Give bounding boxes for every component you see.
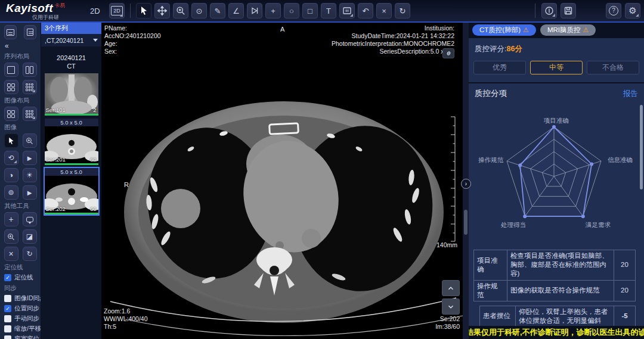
series-layout-3x3-button[interactable] (23, 80, 37, 94)
study-info-overlay: Institusion: StudyDateTime:2024-01-21 14… (332, 24, 454, 55)
gear-icon: ⚙ (628, 5, 636, 16)
checkbox-zoom-pan-sync[interactable]: ✓ 缩放/平移 (4, 325, 36, 333)
qc-panel-toggle-button[interactable]: › (461, 179, 471, 189)
crosshair-icon: + (271, 7, 275, 15)
rect-roi-tool-button[interactable]: □ (302, 3, 318, 18)
report-info-button[interactable] (541, 3, 557, 18)
thumbnail-panel-button[interactable] (4, 25, 17, 39)
series-layout-2x2-button[interactable] (4, 80, 18, 94)
image-layout-2x2-button[interactable] (4, 107, 18, 121)
chevron-down-icon (447, 303, 455, 311)
undo-button[interactable]: ↶ (358, 3, 373, 18)
collapse-sidebar-button[interactable]: « (5, 42, 36, 50)
image-layout-3x3-button[interactable] (23, 107, 37, 121)
series-thumbnail-202-selected[interactable]: 5.0 x 5.0 Ser:202 60 (45, 168, 98, 214)
cine-play-tool-button[interactable]: ▶ (23, 151, 37, 165)
pan-icon (157, 6, 167, 15)
checkbox-window-sync[interactable]: ✓ 窗宽窗位 (4, 335, 36, 339)
patient-info-overlay: PName: AccNO:2401210200 Age: Sex: (104, 24, 161, 55)
series-layout-1x1-button[interactable] (4, 63, 18, 77)
2d-layout-icon: 2D (111, 6, 123, 15)
tab-ct-qc[interactable]: CT质控(肺部) ⚠ (472, 24, 536, 36)
series-layout-1x2-button[interactable] (23, 63, 37, 77)
layout-1x2-icon (26, 66, 33, 74)
tab-mri-qc[interactable]: MRI脑质控 ⚠ (540, 24, 596, 36)
undo-icon: ↶ (363, 7, 369, 15)
layout-3x3-icon (26, 110, 33, 118)
pointer-icon (139, 6, 148, 15)
grade-medium-button[interactable]: 中等 (530, 61, 583, 74)
play-tool-button[interactable]: ▶ (23, 185, 37, 200)
zoom-tool-button[interactable] (173, 3, 188, 18)
toolbar-tools: 2D ⊙ ✎ ∠ + ○ □ T ↶ × ↻ (109, 3, 410, 18)
pointer-tool-button[interactable] (136, 3, 151, 18)
pointer-tool-button[interactable] (4, 133, 18, 148)
rotate-icon: ⟲ (8, 154, 14, 162)
reset-button[interactable]: ↻ (395, 3, 410, 18)
reset-icon: ↻ (26, 250, 32, 258)
app-logo: Kayisoft卡易 仅用于科研 (6, 2, 65, 21)
report-panel-button[interactable] (24, 25, 36, 39)
settings-button[interactable]: ⚙ (625, 3, 640, 18)
ellipse-roi-tool-button[interactable]: ○ (284, 3, 299, 18)
crosshair-tool-button[interactable]: + (265, 3, 281, 18)
2d-layout-button[interactable]: 2D (109, 3, 125, 18)
radar-axis-label: 操作规范 (478, 156, 503, 164)
series-thumbnail-201[interactable]: 5.0 x 5.0 Ser:201 60 (45, 119, 98, 165)
qc-panel-scrollbar-thumb[interactable] (640, 105, 643, 189)
layout-2x2-icon (7, 83, 15, 91)
grade-fail-button[interactable]: 不合格 (587, 61, 639, 74)
pan-tool-button[interactable] (154, 3, 170, 18)
scale-ruler (447, 115, 457, 243)
cobb-angle-tool-button[interactable] (247, 3, 262, 18)
scroll-up-button[interactable] (442, 280, 460, 296)
report-link[interactable]: 报告 (623, 89, 638, 99)
checkbox-manual-sync[interactable]: ✓ 手动同步 (4, 315, 36, 323)
grade-excellent-button[interactable]: 优秀 (473, 61, 526, 74)
table-row: 患者摆位 仰卧位，双臂上举抱头，患者体位摆放合适，无明显偏斜 -5 (480, 306, 636, 326)
magnifier-tool-button[interactable] (23, 133, 37, 148)
series-image-overlay: Se:202 Im:38/60 (435, 315, 460, 331)
window-level-tool-button[interactable]: ⊙ (191, 3, 207, 18)
image-viewport[interactable]: PName: AccNO:2401210200 Age: Sex: Instit… (101, 23, 463, 339)
thumbnail-panel-icon (7, 29, 14, 36)
rotate-tool-button[interactable]: ⟲ (4, 151, 18, 165)
ellipse-roi-icon: ○ (289, 7, 294, 15)
series-loaded-bar (45, 114, 98, 116)
length-tool-button[interactable]: ✎ (210, 3, 225, 18)
angle-tool-button[interactable]: ∠ (228, 3, 244, 18)
reset-tool-button[interactable]: ↻ (23, 247, 37, 261)
magnifier-annotate-icon (7, 233, 15, 241)
cobb-angle-icon (250, 6, 259, 15)
chevron-up-icon (447, 284, 455, 293)
series-number: Ser:202 (46, 206, 66, 212)
link-icon (445, 49, 453, 57)
magnifier-annotate-button[interactable] (4, 229, 18, 244)
add-tool-button[interactable]: + (4, 212, 18, 226)
link-series-button[interactable] (442, 48, 454, 58)
series-thumbnail-101[interactable]: Ser:101 2 (45, 73, 98, 116)
grade-buttons: 优秀 中等 不合格 (473, 61, 639, 74)
checkbox-localizer-line[interactable]: ✓ 定位线 (4, 273, 36, 282)
invert-tool-button[interactable]: ◑ (4, 168, 18, 182)
layout-2x2-icon (7, 110, 15, 118)
comment-tool-button[interactable] (23, 212, 37, 226)
help-button[interactable]: ? (606, 3, 621, 18)
penalty-score: -5 (614, 306, 636, 326)
wl-presets-button[interactable] (339, 3, 355, 18)
qc-tabs: CT质控(肺部) ⚠ MRI脑质控 ⚠ (469, 23, 644, 38)
save-button[interactable] (561, 3, 576, 18)
series-count-header: 3个序列 (41, 23, 101, 34)
eraser-tool-button[interactable]: ◪ (23, 229, 37, 244)
checkbox-image-id-sync[interactable]: ✓ 图像ID同步 (4, 294, 36, 303)
delete-tool-button[interactable]: × (4, 247, 18, 261)
study-dropdown[interactable]: ,CT,20240121 (41, 34, 101, 46)
scroll-down-button[interactable] (442, 298, 460, 315)
rect-roi-icon: □ (308, 7, 312, 15)
cine-target-tool-button[interactable]: ⊚ (4, 185, 18, 200)
text-annotation-tool-button[interactable]: T (321, 3, 336, 18)
delete-annotation-button[interactable]: × (376, 3, 392, 18)
viewport-scrollbar-thumb[interactable] (464, 210, 467, 235)
checkbox-position-sync[interactable]: ✓ 位置同步 (4, 304, 36, 313)
brightness-tool-button[interactable]: ☀ (23, 168, 37, 182)
